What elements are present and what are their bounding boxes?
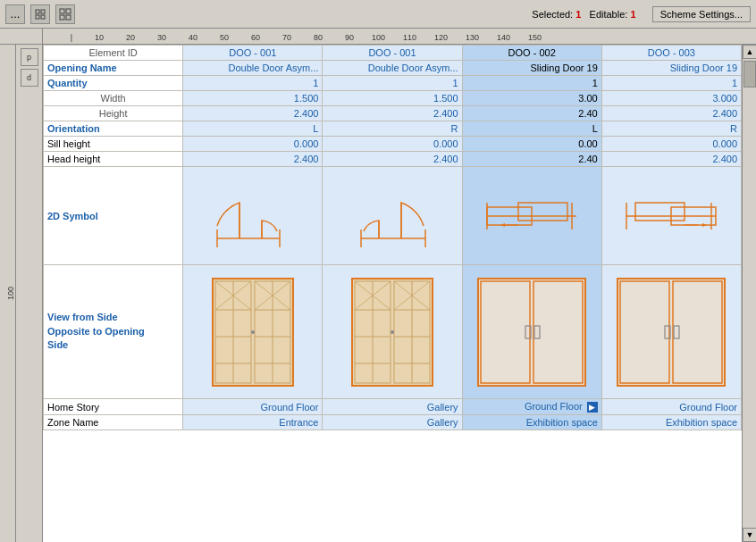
col4-zone-name: Exhibition space (601, 415, 741, 430)
toolbar-btn-1[interactable]: p (21, 48, 38, 66)
col4-width: 3.000 (601, 91, 741, 106)
svg-point-64 (391, 330, 394, 334)
col2-width: 1.500 (323, 91, 462, 106)
col2-head-height: 2.400 (323, 152, 462, 167)
col3-head-height: 2.40 (462, 152, 601, 167)
element-id-row: Element ID DOO - 001 DOO - 001 DOO - 002… (44, 46, 742, 61)
col1-home-story: Ground Floor (183, 399, 323, 415)
door-table: Element ID DOO - 001 DOO - 001 DOO - 002… (43, 45, 742, 430)
col1-opening-name: Double Door Asym... (183, 61, 323, 76)
zone-name-row: Zone Name Entrance Gallery Exhibition sp… (44, 415, 742, 430)
zone-name-label: Zone Name (44, 415, 183, 430)
ruler-container: | 10 20 30 40 50 60 70 80 90 100 110 120… (0, 29, 756, 45)
col4-symbol (601, 167, 741, 265)
col1-head-height: 2.400 (183, 152, 323, 167)
scrollbar-right[interactable]: ▲ ▼ (742, 45, 756, 542)
col4-height: 2.400 (601, 106, 741, 121)
col2-home-story: Gallery (323, 399, 462, 415)
view-row: View from SideOpposite to OpeningSide (44, 265, 742, 399)
quantity-label: Quantity (44, 76, 183, 91)
col3-opening-name: Sliding Door 19 (462, 61, 601, 76)
opening-name-row: Opening Name Double Door Asym... Double … (44, 61, 742, 76)
side-toolbar: p d (16, 45, 43, 542)
scheme-settings-button[interactable]: Scheme Settings... (652, 6, 751, 22)
home-story-row: Home Story Ground Floor Gallery Ground F… (44, 399, 742, 415)
head-height-row: Head height 2.400 2.400 2.40 2.400 (44, 152, 742, 167)
col4-orientation: R (601, 121, 741, 137)
view-label: View from SideOpposite to OpeningSide (44, 265, 183, 399)
home-story-label: Home Story (44, 399, 183, 415)
col2-orientation: R (323, 121, 462, 137)
col4-head-height: 2.400 (601, 152, 741, 167)
col3-symbol (462, 167, 601, 265)
menu-icon[interactable]: ... (5, 4, 25, 24)
opening-name-label: Opening Name (44, 61, 183, 76)
col1-zone-name: Entrance (183, 415, 323, 430)
symbol-label: 2D Symbol (44, 167, 183, 265)
col1-sill-height: 0.000 (183, 137, 323, 152)
height-label: Height (44, 106, 183, 121)
col1-quantity: 1 (183, 76, 323, 91)
svg-rect-7 (66, 15, 71, 20)
svg-rect-73 (673, 281, 722, 383)
col4-opening-name: Sliding Door 19 (601, 61, 741, 76)
col3-home-story: Ground Floor ▶ (462, 399, 601, 415)
scroll-down-button[interactable]: ▼ (743, 528, 756, 542)
orientation-label: Orientation (44, 121, 183, 137)
svg-rect-68 (533, 281, 583, 383)
head-height-label: Head height (44, 152, 183, 167)
scroll-up-button[interactable]: ▲ (743, 45, 756, 59)
height-row: Height 2.400 2.400 2.40 2.400 (44, 106, 742, 121)
svg-marker-29 (702, 223, 707, 227)
col1-width: 1.500 (183, 91, 323, 106)
col3-zone-name: Exhibition space (462, 415, 601, 430)
col2-height: 2.400 (323, 106, 462, 121)
col1-height: 2.400 (183, 106, 323, 121)
selected-info: Selected: 1 Editable: 1 (532, 9, 635, 20)
col1-view (183, 265, 323, 399)
sill-height-row: Sill height 0.000 0.000 0.00 0.000 (44, 137, 742, 152)
col4-view (601, 265, 741, 399)
col4-home-story: Ground Floor (601, 399, 741, 415)
col2-opening-name: Double Door Asym... (323, 61, 462, 76)
col1-orientation: L (183, 121, 323, 137)
col3-height: 2.40 (462, 106, 601, 121)
main-area: 102030405060708090100 p d Element ID DOO… (0, 45, 756, 542)
col2-element-id: DOO - 001 (323, 46, 462, 61)
svg-rect-67 (481, 281, 530, 383)
svg-rect-20 (518, 203, 567, 221)
col3-width: 3.00 (462, 91, 601, 106)
content-area[interactable]: Element ID DOO - 001 DOO - 001 DOO - 002… (43, 45, 742, 542)
col2-zone-name: Gallery (323, 415, 462, 430)
ruler-top: | 10 20 30 40 50 60 70 80 90 100 110 120… (43, 29, 756, 44)
col3-sill-height: 0.00 (462, 137, 601, 152)
svg-rect-27 (635, 203, 685, 221)
fit-icon[interactable] (30, 4, 50, 24)
svg-rect-6 (60, 15, 64, 20)
col3-element-id: DOO - 002 (462, 46, 601, 61)
sill-height-label: Sill height (44, 137, 183, 152)
symbol-row: 2D Symbol (44, 167, 742, 265)
col2-sill-height: 0.000 (323, 137, 462, 152)
svg-rect-4 (60, 9, 64, 13)
nav-right-icon[interactable]: ▶ (587, 402, 598, 413)
svg-rect-0 (36, 10, 39, 13)
svg-point-47 (251, 330, 255, 334)
col1-symbol (183, 167, 323, 265)
col4-element-id: DOO - 003 (601, 46, 741, 61)
orientation-row: Orientation L R L R (44, 121, 742, 137)
svg-rect-72 (620, 281, 669, 383)
width-row: Width 1.500 1.500 3.00 3.000 (44, 91, 742, 106)
svg-rect-2 (36, 15, 39, 19)
ruler-corner (0, 29, 43, 44)
toolbar-btn-2[interactable]: d (21, 69, 38, 87)
col2-symbol (323, 167, 462, 265)
width-label: Width (44, 91, 183, 106)
scrollbar-thumb[interactable] (743, 61, 756, 88)
col3-orientation: L (462, 121, 601, 137)
svg-marker-22 (500, 223, 505, 227)
col4-sill-height: 0.000 (601, 137, 741, 152)
quantity-row: Quantity 1 1 1 1 (44, 76, 742, 91)
select-icon[interactable] (55, 4, 75, 24)
scrollbar-track[interactable] (743, 59, 756, 528)
